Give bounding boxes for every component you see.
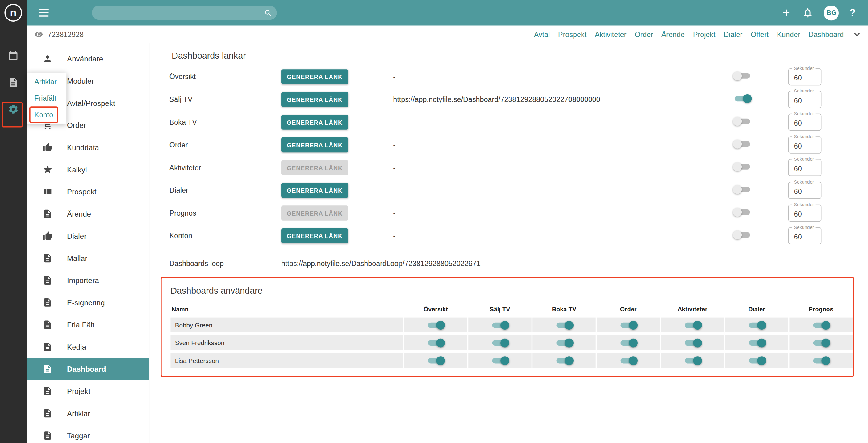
user-toggle-versikt[interactable] bbox=[426, 320, 445, 330]
add-icon[interactable] bbox=[781, 7, 792, 18]
popup-item-friaf-lt[interactable]: Friafält bbox=[27, 90, 66, 107]
sidebar-item-artiklar[interactable]: Artiklar bbox=[27, 402, 149, 424]
sidebar-item-e-signering[interactable]: E-signering bbox=[27, 291, 149, 314]
user-toggle-dialer[interactable] bbox=[747, 320, 766, 330]
user-toggle-dialer[interactable] bbox=[747, 355, 766, 365]
sidebar-item-kedja[interactable]: Kedja bbox=[27, 336, 149, 358]
user-avatar[interactable]: BG bbox=[824, 5, 839, 20]
sidebar-item-label: Order bbox=[67, 121, 86, 129]
seconds-input[interactable] bbox=[789, 68, 821, 85]
sidebar-item-anv-ndare[interactable]: Användare bbox=[27, 48, 149, 70]
sidebar-item-importera[interactable]: Importera bbox=[27, 269, 149, 292]
dashboards-users-section: Dashboards användare NamnÖversiktSälj TV… bbox=[160, 277, 854, 377]
sidebar-item-label: E-signering bbox=[67, 298, 105, 307]
help-icon[interactable]: ? bbox=[849, 7, 856, 19]
nav-link-rende[interactable]: Ärende bbox=[661, 30, 685, 39]
popup-item-artiklar[interactable]: Artiklar bbox=[27, 73, 66, 90]
seconds-label: Sekunder bbox=[792, 156, 815, 162]
user-toggle-prognos[interactable] bbox=[811, 355, 830, 365]
nav-link-dialer[interactable]: Dialer bbox=[723, 30, 742, 39]
nav-link-aktiviteter[interactable]: Aktiviteter bbox=[595, 30, 626, 39]
gear-icon[interactable] bbox=[8, 104, 19, 115]
link-toggle[interactable] bbox=[733, 93, 752, 103]
seconds-input[interactable] bbox=[789, 205, 821, 221]
generate-link-button[interactable]: GENERERA LÄNK bbox=[281, 183, 348, 198]
doc-icon bbox=[42, 408, 53, 418]
sidebar-item-taggar[interactable]: Taggar bbox=[27, 424, 149, 443]
main-content: Dashboards länkar Översikt GENERERA LÄNK… bbox=[149, 43, 868, 443]
nav-link-avtal[interactable]: Avtal bbox=[534, 30, 550, 39]
user-toggle-aktiviteter[interactable] bbox=[683, 320, 702, 330]
sidebar-item-prospekt[interactable]: Prospekt bbox=[27, 181, 149, 203]
user-toggle-prognos[interactable] bbox=[811, 338, 830, 348]
link-toggle[interactable] bbox=[733, 161, 752, 172]
calendar-icon[interactable] bbox=[8, 50, 19, 61]
user-toggle-order[interactable] bbox=[619, 320, 638, 330]
sidebar-item-dashboard[interactable]: Dashboard bbox=[27, 358, 149, 380]
sidebar-item-fria-f-lt[interactable]: Fria Fält bbox=[27, 314, 149, 336]
link-toggle[interactable] bbox=[733, 71, 752, 81]
seconds-input[interactable] bbox=[789, 137, 821, 153]
generate-link-button[interactable]: GENERERA LÄNK bbox=[281, 92, 348, 107]
seconds-input[interactable] bbox=[789, 91, 821, 108]
user-toggle-boka-tv[interactable] bbox=[555, 338, 574, 348]
chevron-down-icon[interactable] bbox=[851, 29, 863, 40]
menu-icon[interactable] bbox=[39, 9, 49, 17]
sidebar-item-rende[interactable]: Ärende bbox=[27, 203, 149, 225]
search-input[interactable] bbox=[100, 9, 264, 17]
generate-link-button[interactable]: GENERERA LÄNK bbox=[281, 138, 348, 152]
users-column-header-namn: Namn bbox=[170, 304, 403, 315]
seconds-input[interactable] bbox=[789, 114, 821, 130]
sidebar-item-label: Importera bbox=[67, 276, 99, 285]
user-toggle-versikt[interactable] bbox=[426, 338, 445, 348]
user-toggle-order[interactable] bbox=[619, 338, 638, 348]
sidebar-item-mallar[interactable]: Mallar bbox=[27, 247, 149, 269]
notifications-bell-icon[interactable] bbox=[802, 7, 813, 18]
user-toggle-versikt[interactable] bbox=[426, 355, 445, 365]
user-toggle-s-lj-tv[interactable] bbox=[491, 320, 509, 330]
user-toggle-aktiviteter[interactable] bbox=[683, 355, 702, 365]
link-toggle[interactable] bbox=[733, 184, 752, 194]
generate-link-button[interactable]: GENERERA LÄNK bbox=[281, 69, 348, 84]
link-row-label: Dialer bbox=[169, 186, 281, 195]
sidebar-item-projekt[interactable]: Projekt bbox=[27, 380, 149, 402]
user-toggle-aktiviteter[interactable] bbox=[683, 338, 702, 348]
generate-link-button[interactable]: GENERERA LÄNK bbox=[281, 228, 348, 243]
app-logo[interactable]: n bbox=[4, 4, 22, 22]
nav-link-kunder[interactable]: Kunder bbox=[777, 30, 800, 39]
seconds-label: Sekunder bbox=[792, 202, 815, 207]
link-toggle[interactable] bbox=[733, 139, 752, 149]
link-toggle[interactable] bbox=[733, 207, 752, 217]
link-toggle[interactable] bbox=[733, 116, 752, 126]
generate-link-button[interactable]: GENERERA LÄNK bbox=[281, 115, 348, 129]
sidebar-item-kunddata[interactable]: Kunddata bbox=[27, 136, 149, 158]
user-toggle-boka-tv[interactable] bbox=[555, 320, 574, 330]
seconds-input[interactable] bbox=[789, 159, 821, 175]
nav-link-dashboard[interactable]: Dashboard bbox=[808, 30, 844, 39]
sidebar-item-kalkyl[interactable]: Kalkyl bbox=[27, 158, 149, 181]
search-box[interactable] bbox=[92, 5, 277, 20]
document-icon[interactable] bbox=[8, 77, 19, 88]
nav-link-order[interactable]: Order bbox=[634, 30, 653, 39]
user-toggle-order[interactable] bbox=[619, 355, 638, 365]
user-toggle-s-lj-tv[interactable] bbox=[491, 355, 509, 365]
user-toggle-s-lj-tv[interactable] bbox=[491, 338, 509, 348]
seconds-input[interactable] bbox=[789, 182, 821, 198]
nav-link-prospekt[interactable]: Prospekt bbox=[558, 30, 587, 39]
user-toggle-prognos[interactable] bbox=[811, 320, 830, 330]
users-section-title: Dashboards användare bbox=[170, 285, 844, 297]
doc-icon bbox=[42, 297, 53, 307]
user-toggle-boka-tv[interactable] bbox=[555, 355, 574, 365]
popup-item-konto[interactable]: Konto bbox=[27, 106, 66, 123]
nav-link-projekt[interactable]: Projekt bbox=[693, 30, 715, 39]
nav-link-offert[interactable]: Offert bbox=[751, 30, 769, 39]
users-table: NamnÖversiktSälj TVBoka TVOrderAktivitet… bbox=[170, 304, 844, 368]
users-column-header-order: Order bbox=[597, 304, 660, 315]
user-name-cell: Bobby Green bbox=[170, 318, 403, 332]
settings-popup-menu: ArtiklarFriafältKonto bbox=[27, 72, 66, 124]
eye-icon[interactable] bbox=[34, 30, 43, 39]
link-toggle[interactable] bbox=[733, 230, 752, 239]
seconds-input[interactable] bbox=[789, 228, 821, 244]
sidebar-item-dialer[interactable]: Dialer bbox=[27, 225, 149, 247]
user-toggle-dialer[interactable] bbox=[747, 338, 766, 348]
